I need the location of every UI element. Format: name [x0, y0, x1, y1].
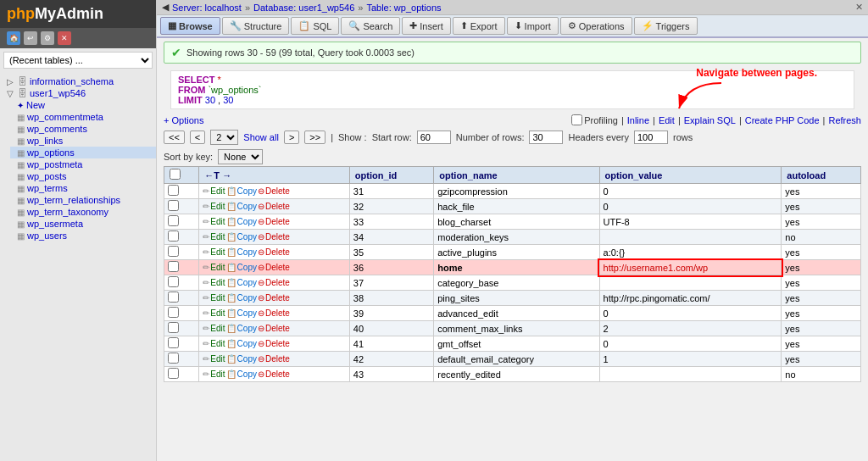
insert-button[interactable]: ✚ Insert: [402, 17, 451, 35]
delete-button[interactable]: Delete: [265, 247, 290, 257]
row-checkbox[interactable]: [168, 200, 179, 211]
edit-button[interactable]: Edit: [210, 369, 225, 379]
headers-input[interactable]: [634, 131, 668, 144]
start-row-input[interactable]: [417, 131, 451, 144]
col-option-value[interactable]: option_value: [599, 167, 782, 184]
select-all-checkbox[interactable]: [170, 169, 181, 180]
breadcrumb-table[interactable]: Table: wp_options: [366, 3, 441, 13]
delete-button[interactable]: Delete: [265, 186, 290, 196]
sort-icon-right[interactable]: →: [222, 170, 231, 181]
copy-button[interactable]: Copy: [237, 186, 257, 196]
row-checkbox[interactable]: [168, 261, 179, 272]
sidebar-item-user1-wp546[interactable]: ▽ 🗄 user1_wp546: [0, 87, 156, 99]
col-option-name[interactable]: option_name: [434, 167, 599, 184]
col-option-id[interactable]: option_id: [349, 167, 433, 184]
edit-button[interactable]: Edit: [210, 278, 225, 287]
sidebar-item-wp-postmeta[interactable]: ▦ wp_postmeta: [10, 158, 156, 170]
sort-select[interactable]: None: [218, 149, 263, 164]
profiling-checkbox-label[interactable]: Profiling: [571, 114, 618, 125]
delete-button[interactable]: Delete: [265, 278, 290, 287]
row-checkbox[interactable]: [168, 353, 179, 364]
profiling-checkbox[interactable]: [571, 114, 582, 125]
copy-button[interactable]: Copy: [237, 324, 257, 333]
delete-button[interactable]: Delete: [265, 354, 290, 364]
copy-button[interactable]: Copy: [237, 247, 257, 257]
sidebar-item-wp-options[interactable]: ▦ wp_options: [10, 147, 156, 158]
delete-button[interactable]: Delete: [265, 293, 290, 303]
sidebar-item-wp-comments[interactable]: ▦ wp_comments: [10, 123, 156, 135]
delete-button[interactable]: Delete: [265, 263, 290, 272]
delete-button[interactable]: Delete: [265, 308, 290, 318]
row-checkbox[interactable]: [168, 307, 179, 318]
sidebar-item-wp-term-taxonomy[interactable]: ▦ wp_term_taxonomy: [10, 206, 156, 218]
exit-icon[interactable]: ✕: [58, 31, 71, 45]
sidebar-item-new[interactable]: ✦ New: [10, 99, 156, 111]
operations-button[interactable]: ⚙ Operations: [560, 17, 632, 35]
structure-button[interactable]: 🔧 Structure: [222, 17, 290, 35]
copy-button[interactable]: Copy: [237, 278, 257, 287]
edit-button[interactable]: Edit: [210, 232, 225, 242]
copy-button[interactable]: Copy: [237, 202, 257, 211]
row-checkbox[interactable]: [168, 185, 179, 196]
copy-button[interactable]: Copy: [237, 354, 257, 364]
copy-button[interactable]: Copy: [237, 339, 257, 348]
home-icon[interactable]: 🏠: [7, 31, 20, 45]
edit-button[interactable]: Edit: [210, 186, 225, 196]
sort-icon-left[interactable]: ←T: [204, 170, 220, 181]
row-checkbox[interactable]: [168, 276, 179, 287]
row-checkbox[interactable]: [168, 337, 179, 348]
browse-button[interactable]: ▦ Browse: [160, 17, 220, 35]
copy-button[interactable]: Copy: [237, 369, 257, 379]
import-button[interactable]: ⬇ Import: [507, 17, 559, 35]
edit-button[interactable]: Edit: [210, 202, 225, 211]
triggers-button[interactable]: ⚡ Triggers: [634, 17, 698, 35]
col-autoload[interactable]: autoload: [782, 167, 861, 184]
row-checkbox[interactable]: [168, 215, 179, 226]
sidebar-item-information-schema[interactable]: ▷ 🗄 information_schema: [0, 75, 156, 87]
edit-button[interactable]: Edit: [210, 324, 225, 333]
delete-button[interactable]: Delete: [265, 324, 290, 333]
prev-page-button[interactable]: <: [190, 131, 205, 144]
back-icon[interactable]: ◀: [162, 2, 169, 13]
delete-button[interactable]: Delete: [265, 202, 290, 211]
edit-button[interactable]: Edit: [210, 263, 225, 272]
row-checkbox[interactable]: [168, 292, 179, 303]
copy-button[interactable]: Copy: [237, 308, 257, 318]
sidebar-item-wp-terms[interactable]: ▦ wp_terms: [10, 182, 156, 194]
first-page-button[interactable]: <<: [164, 131, 185, 144]
refresh-icon[interactable]: ↩: [24, 31, 37, 45]
recent-tables[interactable]: (Recent tables) ...: [3, 52, 153, 69]
next-page-button[interactable]: >: [284, 131, 299, 144]
delete-button[interactable]: Delete: [265, 217, 290, 226]
refresh-link[interactable]: Refresh: [828, 115, 861, 125]
sidebar-item-wp-links[interactable]: ▦ wp_links: [10, 135, 156, 147]
num-rows-input[interactable]: [529, 131, 563, 144]
sql-button[interactable]: 📋 SQL: [291, 17, 339, 35]
last-page-button[interactable]: >>: [304, 131, 326, 144]
options-link[interactable]: + Options: [164, 115, 203, 125]
edit-button[interactable]: Edit: [210, 217, 225, 226]
page-select[interactable]: 2: [210, 130, 238, 145]
breadcrumb-database[interactable]: Database: user1_wp546: [253, 3, 354, 13]
delete-button[interactable]: Delete: [265, 232, 290, 242]
inline-link[interactable]: Inline: [627, 115, 649, 125]
edit-button[interactable]: Edit: [210, 354, 225, 364]
edit-button[interactable]: Edit: [210, 247, 225, 257]
row-checkbox[interactable]: [168, 368, 179, 379]
copy-button[interactable]: Copy: [237, 232, 257, 242]
window-close-icon[interactable]: ✕: [855, 2, 863, 13]
col-sort-controls[interactable]: ←T →: [199, 167, 349, 184]
sidebar-item-wp-users[interactable]: ▦ wp_users: [10, 230, 156, 242]
delete-button[interactable]: Delete: [265, 339, 290, 348]
settings-icon[interactable]: ⚙: [41, 31, 54, 45]
sidebar-item-wp-usermeta[interactable]: ▦ wp_usermeta: [10, 218, 156, 230]
sidebar-item-wp-term-relationships[interactable]: ▦ wp_term_relationships: [10, 194, 156, 206]
edit-button[interactable]: Edit: [210, 293, 225, 303]
explain-sql-link[interactable]: Explain SQL: [684, 115, 736, 125]
copy-button[interactable]: Copy: [237, 293, 257, 303]
copy-button[interactable]: Copy: [237, 263, 257, 272]
edit-button[interactable]: Edit: [210, 339, 225, 348]
recent-tables-select[interactable]: (Recent tables) ...: [3, 52, 153, 69]
row-checkbox[interactable]: [168, 230, 179, 242]
create-php-link[interactable]: Create PHP Code: [745, 115, 820, 125]
